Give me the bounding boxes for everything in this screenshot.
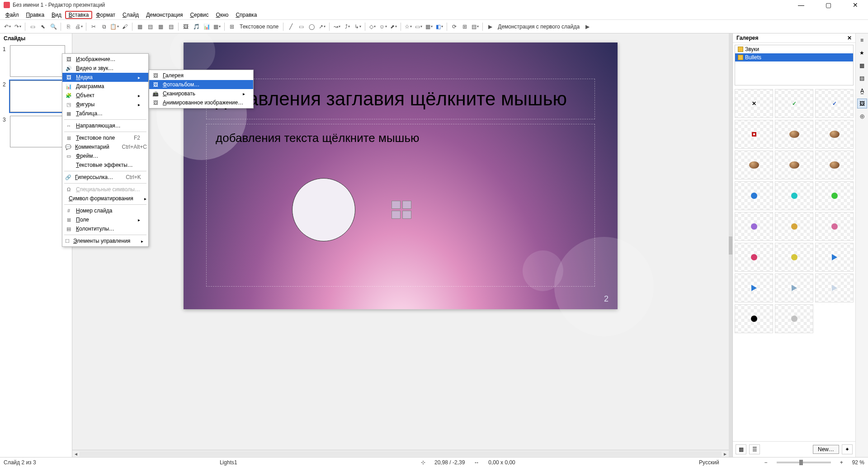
insert-textbox-label[interactable]: Текстовое поле [238,24,280,30]
status-zoom[interactable]: 92 % [852,459,864,466]
horizontal-scrollbar[interactable]: ◂▸ [72,450,729,457]
menu-item-анимированное-изображение-[interactable]: 🖼Анимированное изображение… [149,98,253,107]
zoom-slider[interactable] [777,462,831,463]
menu-демонстрация[interactable]: Демонстрация [142,11,186,19]
menu-item-символ-форматирования[interactable]: Символ форматирования [62,194,148,203]
menu-вид[interactable]: Вид [48,11,65,19]
menu-слайд[interactable]: Слайд [119,11,142,19]
minimize-button[interactable]: — [792,1,810,9]
sidebar-tab-navigator[interactable]: ◎ [857,111,867,121]
connector2-tool[interactable]: ↳ [353,22,362,31]
menu-item-галерея[interactable]: 🖼Галерея [149,71,253,80]
insert-image-button[interactable]: 🖼 [181,22,190,31]
insert-table-icon[interactable] [392,201,401,209]
curve-tool[interactable]: ↝ [332,22,341,31]
menu-item-текстовые-эффекты-[interactable]: Текстовые эффекты… [62,160,148,170]
gallery-bullet-8[interactable] [815,151,854,179]
gallery-close-button[interactable]: ✕ [847,35,852,41]
gallery-bullet-13[interactable] [775,212,813,241]
insert-menu-dropdown[interactable]: 🖼Изображение…🔊Видео и звук…🖼Медиа📊Диагра… [62,53,149,247]
sidebar-tab-master[interactable]: ▤ [857,73,867,83]
status-language[interactable]: Русский [699,459,719,466]
menu-item-диаграмма[interactable]: 📊Диаграмма [62,82,148,91]
insert-image-icon[interactable] [392,211,401,219]
gallery-bullet-18[interactable] [735,274,773,302]
close-button[interactable]: ✕ [846,1,864,9]
gallery-bullet-11[interactable] [815,181,854,210]
gallery-bullet-2[interactable]: ✓ [815,89,854,118]
gallery-bullet-22[interactable] [775,304,813,333]
menu-окно[interactable]: Окно [212,11,232,19]
media-submenu-dropdown[interactable]: 🖼Галерея🖼Фотоальбом…📠Сканировать🖼Анимиро… [149,70,254,108]
menu-сервис[interactable]: Сервис [186,11,212,19]
undo-button[interactable]: ↶ [3,22,12,31]
circle-shape[interactable] [292,178,355,241]
menu-item-фрейм-[interactable]: ▭Фрейм… [62,151,148,160]
gallery-grid[interactable]: ✕✓✓ [735,89,854,333]
slide-thumb-1[interactable] [10,45,65,77]
menu-item-сканировать[interactable]: 📠Сканировать [149,89,253,98]
gallery-bullet-21[interactable] [735,304,773,333]
gallery-bullet-20[interactable] [815,274,854,302]
gallery-bullet-9[interactable] [735,181,773,210]
insert-table-button[interactable]: ▦ [212,22,222,31]
flowchart-tool[interactable]: ▦ [425,22,434,31]
menu-item-гиперссылка-[interactable]: 🔗Гиперссылка…Ctrl+K [62,173,148,182]
gallery-list-view-button[interactable]: ☰ [749,444,760,454]
basic-shapes-tool[interactable]: ◇ [368,22,377,31]
gallery-category-bullets[interactable]: Bullets [735,53,853,61]
gallery-bullet-7[interactable] [775,151,813,179]
slideshow-icon[interactable]: ▶ [486,22,495,31]
sidebar-tab-styles[interactable]: A̲ [857,86,867,96]
select-tool[interactable]: ⬉ [38,22,47,31]
block-arrows-tool[interactable]: ⬈ [389,22,398,31]
view-sorter-button[interactable]: ▦ [156,22,165,31]
view-normal-button[interactable]: ▦ [135,22,144,31]
menu-вставка[interactable]: Вставка [65,11,93,19]
gallery-bullet-3[interactable] [735,120,773,149]
insert-av-button[interactable]: 🎵 [192,22,201,31]
gallery-bullet-6[interactable] [735,151,773,179]
menu-item-объект[interactable]: 🧩Объект [62,91,148,100]
line-tool[interactable]: ╱ [286,22,295,31]
rect-tool[interactable]: ▭ [297,22,306,31]
menu-item-номер-слайда[interactable]: #Номер слайда [62,206,148,215]
slideshow-label[interactable]: Демонстрация с первого слайда [496,24,581,30]
copy-button[interactable]: ⧉ [99,22,108,31]
arrange-tool[interactable]: ▤ [471,22,480,31]
menu-item-поле[interactable]: ⊞Поле [62,215,148,224]
menu-правка[interactable]: Правка [23,11,48,19]
gallery-bullet-10[interactable] [775,181,813,210]
slideshow-current-button[interactable]: ▶ [583,22,592,31]
gallery-bullet-4[interactable] [775,120,813,149]
gallery-bullet-5[interactable] [815,120,854,149]
gallery-bullet-12[interactable] [735,212,773,241]
zoom-out-button[interactable]: − [764,459,768,466]
view-outline-button[interactable]: ▤ [146,22,155,31]
gallery-bullet-17[interactable] [815,243,854,272]
menu-item-фотоальбом-[interactable]: 🖼Фотоальбом… [149,80,253,89]
slide-thumb-3[interactable] [10,116,65,147]
sidebar-tab-gallery[interactable]: 🖼 [857,99,867,108]
menu-item-изображение-[interactable]: 🖼Изображение… [62,55,148,64]
insert-chart-button[interactable]: 📊 [202,22,211,31]
gallery-category-звуки[interactable]: Звуки [735,45,853,53]
menu-item-таблица-[interactable]: ▦Таблица… [62,109,148,118]
sidebar-tab-slide-transition[interactable]: ★ [857,48,867,58]
gallery-category-list[interactable]: ЗвукиBullets [735,45,854,85]
gallery-bullet-1[interactable]: ✓ [775,89,813,118]
gallery-bullet-19[interactable] [775,274,813,302]
gallery-more-button[interactable]: ✦ [842,444,853,454]
maximize-button[interactable]: ▢ [819,1,837,9]
stars-tool[interactable]: ☆ [404,22,413,31]
insert-textbox-icon[interactable]: ⊞ [227,22,236,31]
menu-item-фигуры[interactable]: ◳Фигуры [62,100,148,109]
menu-item-видео-и-звук-[interactable]: 🔊Видео и звук… [62,64,148,73]
redo-button[interactable]: ↷ [13,22,22,31]
zoom-tool[interactable]: 🔍 [49,22,58,31]
paste-button[interactable]: 📋 [110,22,119,31]
sidebar-tab-properties[interactable]: ≡ [857,35,867,45]
align-tool[interactable]: ⊞ [460,22,469,31]
ellipse-tool[interactable]: ◯ [307,22,316,31]
menu-формат[interactable]: Формат [92,11,119,19]
